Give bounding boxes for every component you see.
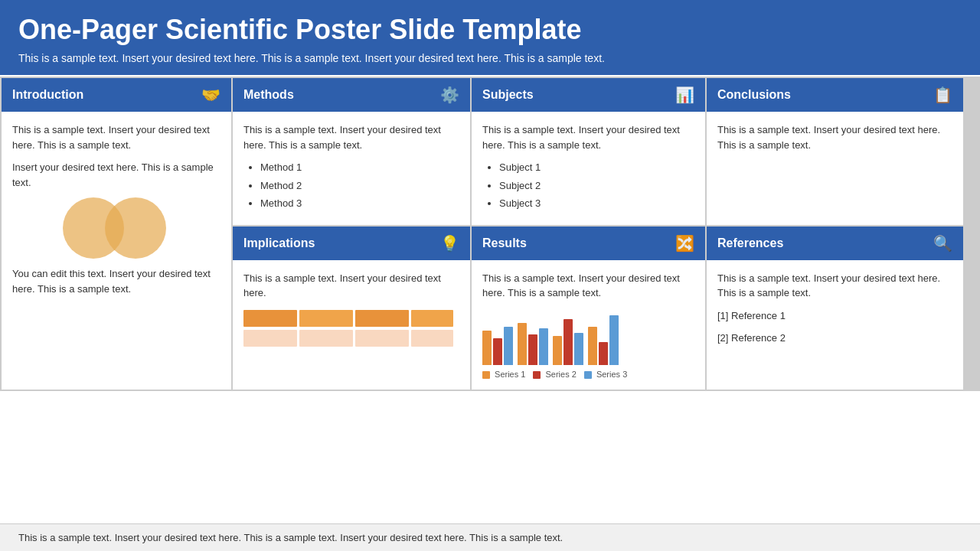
- subjects-text1: This is a sample text. Insert your desir…: [482, 122, 694, 152]
- bar-group-2: [518, 323, 548, 365]
- bar-row-1: [243, 310, 459, 327]
- bar-seg-1a: [243, 310, 297, 327]
- method-item-2: Method 2: [260, 178, 459, 194]
- bulb-icon: 💡: [440, 234, 459, 253]
- bar-seg-2b: [299, 330, 353, 347]
- bar-g2-s3: [539, 328, 548, 365]
- legend-series2: Series 2: [533, 370, 576, 379]
- subject-item-2: Subject 2: [499, 178, 694, 194]
- footer: This is a sample text. Insert your desir…: [0, 523, 980, 551]
- implications-text1: This is a sample text. Insert your desir…: [243, 271, 459, 301]
- conclusions-text1: This is a sample text. Insert your desir…: [717, 122, 952, 152]
- subjects-label: Subjects: [482, 88, 534, 102]
- chart-legend: Series 1 Series 2 Series 3: [482, 370, 694, 379]
- bar-g4-s2: [599, 342, 608, 365]
- bar-group-1: [482, 327, 513, 365]
- legend-dot-s3: [584, 371, 592, 379]
- methods-panel: Methods ⚙️ This is a sample text. Insert…: [233, 78, 470, 225]
- handshake-icon: 🤝: [201, 86, 220, 104]
- references-panel: References 🔍 This is a sample text. Inse…: [707, 227, 963, 390]
- bar-g1-s1: [482, 331, 492, 365]
- methods-body: This is a sample text. Insert your desir…: [233, 112, 470, 225]
- introduction-text1: This is a sample text. Insert your desir…: [12, 122, 220, 152]
- search-icon: 🔍: [933, 234, 952, 253]
- references-text1: This is a sample text. Insert your desir…: [717, 271, 952, 301]
- implications-body: This is a sample text. Insert your desir…: [233, 260, 470, 390]
- header: One-Pager Scientific Poster Slide Templa…: [0, 0, 980, 75]
- venn-circles: [63, 197, 170, 259]
- bar-g3-s3: [574, 333, 583, 365]
- bar-seg-2d: [411, 330, 453, 347]
- legend-series3: Series 3: [584, 370, 627, 379]
- chart-icon: 📊: [675, 86, 694, 104]
- results-chart: Series 1 Series 2 Series 3: [482, 311, 694, 379]
- reference-2: [2] Reference 2: [717, 331, 952, 346]
- results-header: Results 🔀: [472, 227, 705, 260]
- bar-seg-1b: [299, 310, 353, 327]
- bar-seg-2c: [355, 330, 409, 347]
- gear-icon: ⚙️: [440, 86, 459, 104]
- reference-1: [1] Reference 1: [717, 308, 952, 324]
- shuffle-icon: 🔀: [675, 234, 694, 253]
- subject-item-1: Subject 1: [499, 160, 694, 175]
- methods-list: Method 1 Method 2 Method 3: [243, 160, 459, 211]
- subjects-body: This is a sample text. Insert your desir…: [472, 112, 705, 225]
- clipboard-icon: 📋: [933, 86, 952, 104]
- venn-circle-right: [105, 197, 166, 259]
- subject-item-3: Subject 3: [499, 196, 694, 211]
- main-title: One-Pager Scientific Poster Slide Templa…: [18, 14, 962, 46]
- bar-seg-1c: [355, 310, 409, 327]
- header-subtitle: This is a sample text. Insert your desir…: [18, 52, 962, 64]
- chart-bars-container: [482, 311, 694, 365]
- results-body: This is a sample text. Insert your desir…: [472, 260, 705, 390]
- venn-diagram: [12, 197, 220, 259]
- references-body: This is a sample text. Insert your desir…: [707, 260, 963, 390]
- implications-header: Implications 💡: [233, 227, 470, 260]
- bar-group-3: [553, 319, 583, 365]
- introduction-label: Introduction: [12, 88, 83, 102]
- legend-dot-s2: [533, 371, 541, 379]
- bar-row-2: [243, 330, 459, 347]
- legend-series1: Series 1: [482, 370, 525, 379]
- bar-g2-s1: [518, 323, 527, 365]
- introduction-panel: Introduction 🤝 This is a sample text. In…: [2, 78, 231, 390]
- results-panel: Results 🔀 This is a sample text. Insert …: [472, 227, 705, 390]
- bar-g4-s3: [609, 315, 619, 365]
- main-grid: Introduction 🤝 This is a sample text. In…: [0, 77, 980, 391]
- introduction-header: Introduction 🤝: [2, 78, 231, 112]
- method-item-1: Method 1: [260, 160, 459, 175]
- methods-text1: This is a sample text. Insert your desir…: [243, 122, 459, 152]
- references-label: References: [717, 236, 783, 250]
- legend-dot-s1: [482, 371, 490, 379]
- bar-seg-2a: [243, 330, 297, 347]
- conclusions-panel: Conclusions 📋 This is a sample text. Ins…: [707, 78, 963, 225]
- subjects-list: Subject 1 Subject 2 Subject 3: [482, 160, 694, 211]
- bar-g2-s2: [528, 334, 537, 365]
- introduction-text3: You can edit this text. Insert your desi…: [12, 266, 220, 296]
- implications-panel: Implications 💡 This is a sample text. In…: [233, 227, 470, 390]
- method-item-3: Method 3: [260, 196, 459, 211]
- bar-g1-s3: [504, 327, 513, 365]
- bar-g1-s2: [493, 338, 502, 365]
- bar-group-4: [588, 315, 619, 365]
- footer-text: This is a sample text. Insert your desir…: [18, 532, 563, 543]
- conclusions-label: Conclusions: [717, 88, 791, 102]
- bar-g3-s2: [564, 319, 573, 365]
- bar-g3-s1: [553, 336, 562, 365]
- methods-label: Methods: [243, 88, 294, 102]
- results-text1: This is a sample text. Insert your desir…: [482, 271, 694, 301]
- subjects-panel: Subjects 📊 This is a sample text. Insert…: [472, 78, 705, 225]
- implications-chart: [243, 310, 459, 347]
- conclusions-body: This is a sample text. Insert your desir…: [707, 112, 963, 225]
- implications-label: Implications: [243, 236, 315, 250]
- references-header: References 🔍: [707, 227, 963, 260]
- subjects-header: Subjects 📊: [472, 78, 705, 112]
- introduction-body: This is a sample text. Insert your desir…: [2, 112, 231, 390]
- bar-seg-1d: [411, 310, 453, 327]
- results-label: Results: [482, 236, 527, 250]
- bar-g4-s1: [588, 327, 597, 365]
- introduction-text2: Insert your desired text here. This is a…: [12, 160, 220, 190]
- methods-header: Methods ⚙️: [233, 78, 470, 112]
- conclusions-header: Conclusions 📋: [707, 78, 963, 112]
